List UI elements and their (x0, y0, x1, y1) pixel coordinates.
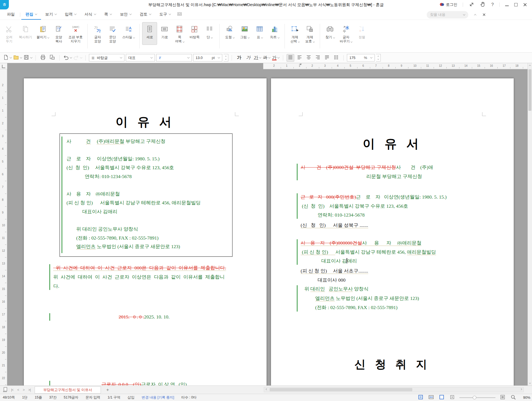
menu-편집[interactable]: 편집 (21, 9, 41, 20)
find-close-icon[interactable] (482, 13, 485, 16)
align-center-button[interactable] (305, 54, 313, 62)
columns-button[interactable]: 단 (202, 22, 217, 45)
status-item: 15줄 (35, 395, 42, 400)
underline-button[interactable]: 가 (254, 54, 261, 62)
print-button[interactable] (39, 54, 47, 62)
find-prev-icon[interactable] (474, 14, 476, 16)
tab-list-icon[interactable] (2, 387, 9, 393)
para-shape-button[interactable]: 문단 모양 (105, 22, 120, 45)
prev-tab-button[interactable]: < (15, 388, 21, 392)
redo-button[interactable] (73, 54, 82, 62)
zoom-out-button[interactable] (449, 395, 456, 400)
undo-button[interactable] (63, 54, 72, 62)
italic-button[interactable]: 가 (244, 54, 252, 62)
zoom-slider-knob[interactable] (473, 396, 476, 399)
zoom-in-button[interactable] (499, 395, 506, 400)
copy-format-button[interactable]: 모양 복사 (51, 22, 66, 45)
next-tab-button[interactable]: > (21, 388, 26, 392)
find-button[interactable]: 찾기 (323, 22, 337, 45)
document-page-right[interactable]: 이 유 서사 건 (주)0000건설 부당해고 구제신청사 건 (주)애리문철 … (271, 78, 514, 385)
save-button[interactable] (23, 54, 32, 62)
menu-보기[interactable]: 보기 (41, 9, 61, 20)
menu-보안[interactable]: 보안 (116, 9, 135, 20)
font-name-select[interactable]: T (156, 54, 192, 61)
font-type-select[interactable]: 대표 (126, 54, 155, 61)
login-button[interactable]: 로그인 (439, 2, 457, 7)
find-input[interactable]: 찾을 내용 (427, 11, 468, 19)
expand-icon[interactable] (469, 1, 474, 8)
login-logo-icon (439, 2, 444, 7)
help-button[interactable]: ? (491, 2, 494, 7)
scroll-down-icon[interactable] (528, 381, 532, 385)
chevron-down-icon[interactable] (463, 13, 465, 15)
scroll-right-icon[interactable] (518, 389, 523, 390)
touch-mode-icon[interactable] (480, 1, 486, 8)
ruler-number: 4 (2, 147, 4, 150)
open-button[interactable] (13, 54, 22, 62)
paragraph: 사 건 (주)0000건설 부당해고 구제신청사 건 (주)애리문철 부당해고 … (301, 163, 486, 181)
quick-menu-icon[interactable] (177, 11, 183, 18)
line-spacing-stepper[interactable] (376, 54, 381, 61)
paste-button[interactable]: 붙이기 (34, 22, 51, 45)
document-tab[interactable]: 부당해고구제신청서 및 이유서 (35, 386, 101, 394)
align-left-button[interactable] (296, 54, 303, 62)
menu-도구[interactable]: 도구 (155, 9, 175, 20)
preview-button[interactable] (48, 54, 56, 62)
minimize-button[interactable] (505, 6, 509, 6)
view-fit-page-button[interactable] (438, 395, 445, 400)
sort-button[interactable]: ㄱㅎ정렬 (354, 22, 369, 45)
chart-button[interactable]: 차트 (267, 22, 282, 41)
line-spacing-select[interactable]: 175 % (347, 54, 375, 61)
menu-입력[interactable]: 입력 (61, 9, 80, 20)
horizontal-scrollbar[interactable] (264, 387, 524, 392)
strikethrough-button[interactable]: 과 (263, 54, 270, 62)
first-tab-button[interactable]: |< (9, 388, 15, 392)
menu-파일[interactable]: 파일 (3, 9, 19, 20)
table-button[interactable]: 표 (252, 22, 267, 41)
scroll-left-icon[interactable] (264, 389, 269, 390)
view-fit-width-button[interactable] (428, 395, 434, 400)
last-tab-button[interactable]: >| (26, 388, 32, 392)
bold-button[interactable]: 가 (235, 54, 243, 62)
shapes-button[interactable]: 도형 (222, 22, 237, 41)
add-tab-button[interactable]: + (103, 387, 112, 393)
new-document-button[interactable] (3, 54, 12, 62)
zoom-slider[interactable] (459, 395, 495, 400)
replace-button[interactable]: 水수글자 바꾸기 (337, 22, 354, 45)
hscrollbar-thumb[interactable] (270, 388, 412, 391)
track-changes-status[interactable]: 변경 내용 [기록 중지] (142, 395, 174, 400)
styles-button[interactable]: A스타일 (120, 22, 137, 45)
copy-button[interactable]: 복사하기 (17, 22, 34, 45)
align-justify-button[interactable] (287, 54, 294, 62)
char-shape-button[interactable]: 가가글자 모양 (90, 22, 105, 45)
cut-button[interactable]: 오려 두기 (2, 22, 17, 45)
picture-button[interactable]: 그림 (237, 22, 252, 41)
close-button[interactable] (523, 3, 527, 7)
object-select-button[interactable]: 개체 선택 (287, 22, 302, 45)
indent-marker[interactable] (300, 64, 302, 65)
view-page-layout-button[interactable] (417, 395, 424, 400)
object-protect-button[interactable]: 개체 보호 (302, 22, 317, 45)
text-line: 다. (53, 282, 235, 291)
scroll-up-icon[interactable] (528, 63, 532, 68)
clear-codes-button[interactable]: [###]조판 부호 지우기 (66, 22, 85, 45)
maximize-button[interactable] (514, 3, 518, 6)
align-right-button[interactable] (314, 54, 322, 62)
landscape-button[interactable]: 가로 (157, 22, 172, 45)
style-select[interactable]: ≣ 바탕글 (89, 54, 124, 61)
page-margin-button[interactable]: 쪽 여백 (172, 22, 187, 45)
font-size-stepper[interactable] (224, 54, 228, 61)
align-distribute-button[interactable] (323, 54, 331, 62)
menu-서식[interactable]: 서식 (80, 9, 100, 20)
menu-검토[interactable]: 검토 (135, 9, 155, 20)
font-size-select[interactable]: 13.0 pt (193, 54, 222, 61)
master-page-button[interactable]: 바탕쪽 (187, 22, 202, 45)
font-color-button[interactable]: 가 (272, 54, 280, 62)
align-divide-button[interactable] (332, 54, 340, 62)
portrait-button[interactable]: 세로 (142, 22, 157, 45)
menu-쪽[interactable]: 쪽 (100, 9, 116, 20)
scrollbar-thumb[interactable] (528, 69, 531, 111)
document-page-left[interactable]: 이 유 서사 건 (주)애리문철 부당해고 구제신청 근 로 자 이상연(생년월… (24, 78, 267, 385)
vertical-scrollbar[interactable] (528, 63, 532, 385)
zoom-tool-button[interactable] (510, 395, 516, 400)
